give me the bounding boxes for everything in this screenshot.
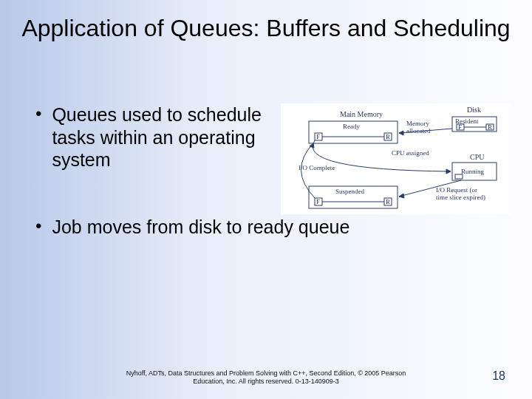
cpu-label: CPU — [470, 153, 485, 161]
ready-f: F — [316, 133, 320, 140]
susp-r: R — [386, 198, 390, 205]
bullet-item-2: • Job moves from disk to ready queue — [35, 216, 497, 239]
slide: Application of Queues: Buffers and Sched… — [0, 0, 532, 399]
main-memory-label: Main Memory — [340, 110, 383, 118]
mem-alloc-label-1: Memory — [406, 120, 429, 127]
os-scheduling-diagram: Disk Resident F R Main Memory Ready F R … — [281, 103, 511, 214]
susp-f: F — [316, 198, 320, 205]
running-label: Running — [461, 168, 485, 175]
io-complete-label: I/O Complete — [299, 164, 335, 171]
ready-label: Ready — [343, 123, 360, 130]
bullet-dot-icon: • — [35, 103, 41, 124]
resident-r: R — [488, 123, 492, 131]
resident-f: F — [458, 123, 462, 131]
cpu-assigned-arrow-head — [446, 169, 451, 174]
mem-alloc-arrow-head — [399, 131, 403, 135]
bullet-text-1: Queues used to schedule tasks within an … — [52, 103, 266, 171]
slide-title: Application of Queues: Buffers and Sched… — [0, 15, 532, 42]
disk-label: Disk — [467, 106, 481, 114]
suspended-label: Suspended — [335, 188, 364, 195]
io-request-label-2: time slice expired) — [436, 194, 485, 201]
io-request-arrow-head — [399, 194, 404, 198]
footer-line-2: Education, Inc. All rights reserved. 0-1… — [193, 378, 339, 385]
cpu-assigned-label: CPU assigned — [392, 149, 429, 157]
bullet-text-2: Job moves from disk to ready queue — [52, 216, 349, 239]
ready-r: R — [386, 133, 390, 140]
io-request-label-1: I/O Request (or — [436, 186, 477, 194]
footer-line-1: Nyhoff, ADTs, Data Structures and Proble… — [126, 369, 406, 377]
bullet-dot-icon: • — [35, 216, 41, 236]
footer-citation: Nyhoff, ADTs, Data Structures and Proble… — [89, 369, 443, 386]
page-number: 18 — [492, 369, 505, 383]
